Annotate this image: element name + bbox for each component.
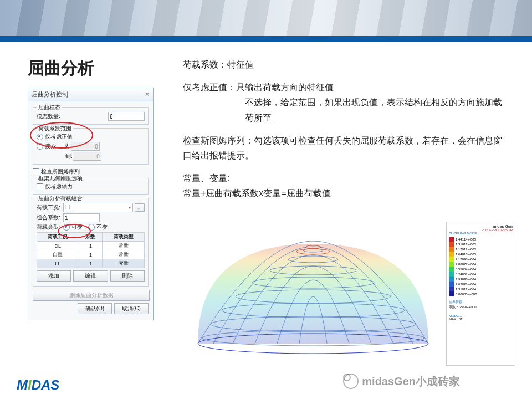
check-axial-only[interactable] (37, 183, 43, 190)
midas-logo: MIDAS (17, 377, 59, 393)
wechat-icon (343, 374, 359, 389)
legend-item: 1.44114e-003 (449, 237, 513, 242)
legend-item: 0.00000e+000 (449, 291, 513, 296)
text-p4: 常量、变量: 常量+屈曲荷载系数x变量=屈曲荷载值 (183, 171, 510, 201)
legend-item: 1.04810e-003 (449, 252, 513, 257)
legend-item: 7.86077e-004 (449, 262, 513, 267)
legend-item: 3.93038e-004 (449, 277, 513, 282)
legend-max: MAX : 63 (449, 318, 513, 321)
buckling-analysis-dialog: 屈曲分析控制 ✕ 屈曲模态 模态数量: 荷载系数范围 仅考虑正值 (28, 88, 154, 320)
group-mode: 屈曲模态 模态数量: (33, 107, 149, 125)
factor-label: 组合系数: (37, 214, 63, 222)
legend-info1: 临界荷载 (449, 300, 513, 305)
check-axial-label: 仅考虑轴力 (45, 183, 73, 191)
group-comb-title: 屈曲分析荷载组合 (37, 195, 84, 202)
table-row[interactable]: LL1变量 (37, 259, 145, 268)
text-p1: 荷载系数：特征值 (183, 57, 510, 72)
color-legend: midas Gen POST-PROCESSOR BUCKLING MODE 1… (446, 222, 515, 366)
edit-button[interactable]: 编辑 (73, 270, 108, 282)
legend-item: 1.17912e-003 (449, 247, 513, 252)
chevron-down-icon: ▾ (129, 205, 131, 210)
mode-count-label: 模态数量: (37, 112, 60, 120)
load-case-select[interactable]: LL▾ (63, 203, 133, 212)
group-frame-title: 框架几何刚度选项 (37, 175, 84, 182)
table-row[interactable]: 自重1常量 (37, 250, 145, 259)
load-case-label: 荷载工况: (37, 204, 63, 212)
legend-item: 1.31013e-004 (449, 287, 513, 291)
page-title: 屈曲分析 (28, 57, 172, 80)
group-frame: 框架几何刚度选项 仅考虑轴力 (33, 178, 149, 195)
add-button[interactable]: 添加 (37, 270, 71, 282)
header-accent-bar (0, 36, 532, 42)
cancel-button[interactable]: 取消(C) (114, 303, 149, 314)
more-button[interactable]: ... (135, 203, 145, 212)
to-input[interactable] (73, 152, 101, 161)
legend-item: 2.62026e-004 (449, 282, 513, 287)
legend-item: 9.17090e-004 (449, 257, 513, 262)
text-p3: 检查斯图姆序列：勾选该项可检查任何丢失的屈服荷载系数，若存在，会在信息窗口给出报… (183, 133, 510, 163)
legend-item: 5.24051e-004 (449, 272, 513, 277)
radio-constant-label: 不变 (96, 223, 108, 231)
watermark: midasGen小成砖家 (343, 374, 460, 389)
close-icon[interactable]: ✕ (145, 91, 150, 98)
group-load-comb: 屈曲分析荷载组合 荷载工况: LL▾ ... 组合系数: 荷载类型: 可变 (33, 198, 149, 287)
result-visualization: midas Gen POST-PROCESSOR BUCKLING MODE 1… (188, 227, 515, 360)
legend-title: midas Gen (449, 224, 513, 228)
factor-input[interactable] (63, 213, 100, 222)
text-p2: 仅考虑正值：只输出荷载方向的特征值 不选择，给定范围，如果出现负值，表示结构在相… (183, 80, 510, 125)
legend-item: 1.31013e-003 (449, 242, 513, 247)
annotation-oval-coef (30, 122, 93, 149)
table-row[interactable]: DL1常量 (37, 242, 145, 250)
mode-count-input[interactable] (108, 112, 145, 121)
load-case-value: LL (65, 204, 71, 211)
dialog-title: 屈曲分析控制 (32, 90, 68, 99)
annotation-oval-type (58, 224, 91, 238)
ok-button[interactable]: 确认(O) (78, 303, 112, 314)
legend-sub2: BUCKLING MODE (449, 232, 513, 235)
group-mode-title: 屈曲模态 (37, 104, 62, 111)
dome-mesh-icon (188, 227, 438, 355)
group-coef-range: 荷载系数范围 仅考虑正值 搜索 从: 到: (33, 128, 149, 165)
legend-item: 6.55064e-004 (449, 267, 513, 272)
to-label: 到: (65, 152, 73, 160)
remove-data-button[interactable]: 删除屈曲分析数据 (33, 290, 150, 301)
legend-info2: 系数:5.3568E+000 (449, 305, 513, 310)
th-type: 荷载类型 (103, 233, 145, 242)
delete-button[interactable]: 删除 (110, 270, 145, 282)
watermark-text: midasGen小成砖家 (362, 374, 460, 389)
header-banner-image (0, 0, 532, 36)
load-table: 荷载工况系数荷载类型 DL1常量 自重1常量 LL1变量 (37, 232, 145, 268)
